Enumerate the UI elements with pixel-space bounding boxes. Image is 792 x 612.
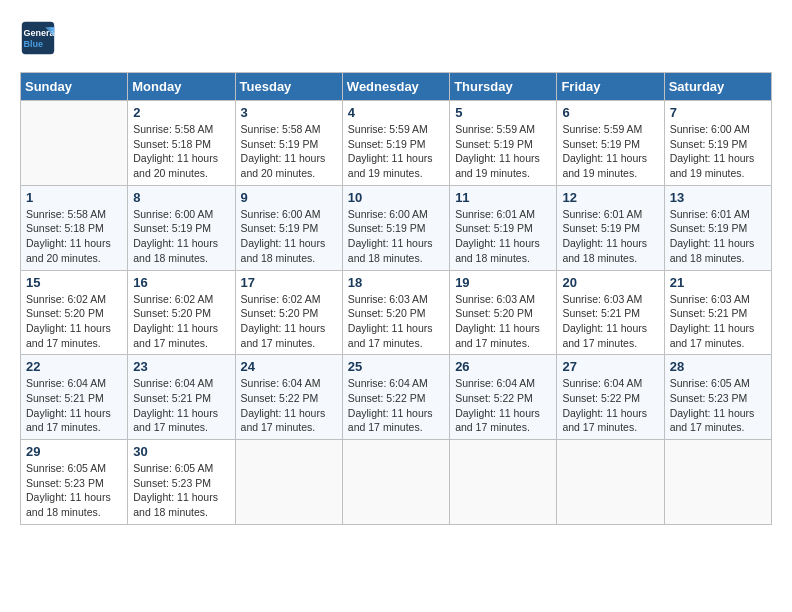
- calendar-cell: 10Sunrise: 6:00 AMSunset: 5:19 PMDayligh…: [342, 185, 449, 270]
- day-detail: Sunrise: 6:03 AMSunset: 5:21 PMDaylight:…: [562, 292, 658, 351]
- day-number: 3: [241, 105, 337, 120]
- day-detail: Sunrise: 6:00 AMSunset: 5:19 PMDaylight:…: [670, 122, 766, 181]
- day-detail: Sunrise: 6:01 AMSunset: 5:19 PMDaylight:…: [455, 207, 551, 266]
- day-detail: Sunrise: 6:04 AMSunset: 5:22 PMDaylight:…: [241, 376, 337, 435]
- day-number: 25: [348, 359, 444, 374]
- day-number: 11: [455, 190, 551, 205]
- day-detail: Sunrise: 6:02 AMSunset: 5:20 PMDaylight:…: [133, 292, 229, 351]
- day-detail: Sunrise: 5:59 AMSunset: 5:19 PMDaylight:…: [562, 122, 658, 181]
- calendar-week-row: 22Sunrise: 6:04 AMSunset: 5:21 PMDayligh…: [21, 355, 772, 440]
- day-number: 4: [348, 105, 444, 120]
- day-detail: Sunrise: 5:58 AMSunset: 5:18 PMDaylight:…: [133, 122, 229, 181]
- day-number: 6: [562, 105, 658, 120]
- calendar-cell: 26Sunrise: 6:04 AMSunset: 5:22 PMDayligh…: [450, 355, 557, 440]
- calendar-cell: 9Sunrise: 6:00 AMSunset: 5:19 PMDaylight…: [235, 185, 342, 270]
- calendar-cell: 18Sunrise: 6:03 AMSunset: 5:20 PMDayligh…: [342, 270, 449, 355]
- calendar-cell: 12Sunrise: 6:01 AMSunset: 5:19 PMDayligh…: [557, 185, 664, 270]
- weekday-header-monday: Monday: [128, 73, 235, 101]
- calendar-cell: 24Sunrise: 6:04 AMSunset: 5:22 PMDayligh…: [235, 355, 342, 440]
- day-number: 12: [562, 190, 658, 205]
- calendar-cell: 25Sunrise: 6:04 AMSunset: 5:22 PMDayligh…: [342, 355, 449, 440]
- weekday-header-saturday: Saturday: [664, 73, 771, 101]
- calendar-cell: 27Sunrise: 6:04 AMSunset: 5:22 PMDayligh…: [557, 355, 664, 440]
- day-number: 27: [562, 359, 658, 374]
- calendar-header-row: SundayMondayTuesdayWednesdayThursdayFrid…: [21, 73, 772, 101]
- day-detail: Sunrise: 6:04 AMSunset: 5:21 PMDaylight:…: [26, 376, 122, 435]
- day-detail: Sunrise: 6:04 AMSunset: 5:21 PMDaylight:…: [133, 376, 229, 435]
- day-detail: Sunrise: 6:05 AMSunset: 5:23 PMDaylight:…: [670, 376, 766, 435]
- calendar-cell: 28Sunrise: 6:05 AMSunset: 5:23 PMDayligh…: [664, 355, 771, 440]
- day-detail: Sunrise: 5:59 AMSunset: 5:19 PMDaylight:…: [348, 122, 444, 181]
- day-number: 20: [562, 275, 658, 290]
- day-number: 24: [241, 359, 337, 374]
- day-detail: Sunrise: 6:01 AMSunset: 5:19 PMDaylight:…: [562, 207, 658, 266]
- page-header: General Blue: [20, 20, 772, 56]
- calendar-cell: 15Sunrise: 6:02 AMSunset: 5:20 PMDayligh…: [21, 270, 128, 355]
- calendar-table: SundayMondayTuesdayWednesdayThursdayFrid…: [20, 72, 772, 525]
- calendar-cell: 21Sunrise: 6:03 AMSunset: 5:21 PMDayligh…: [664, 270, 771, 355]
- day-number: 29: [26, 444, 122, 459]
- day-detail: Sunrise: 6:00 AMSunset: 5:19 PMDaylight:…: [133, 207, 229, 266]
- calendar-cell: 19Sunrise: 6:03 AMSunset: 5:20 PMDayligh…: [450, 270, 557, 355]
- logo: General Blue: [20, 20, 60, 56]
- day-detail: Sunrise: 5:58 AMSunset: 5:18 PMDaylight:…: [26, 207, 122, 266]
- day-detail: Sunrise: 6:02 AMSunset: 5:20 PMDaylight:…: [26, 292, 122, 351]
- day-number: 18: [348, 275, 444, 290]
- day-detail: Sunrise: 6:05 AMSunset: 5:23 PMDaylight:…: [133, 461, 229, 520]
- calendar-cell: 22Sunrise: 6:04 AMSunset: 5:21 PMDayligh…: [21, 355, 128, 440]
- calendar-cell: [664, 440, 771, 525]
- day-detail: Sunrise: 6:04 AMSunset: 5:22 PMDaylight:…: [562, 376, 658, 435]
- day-number: 1: [26, 190, 122, 205]
- day-number: 21: [670, 275, 766, 290]
- calendar-cell: 8Sunrise: 6:00 AMSunset: 5:19 PMDaylight…: [128, 185, 235, 270]
- calendar-cell: 23Sunrise: 6:04 AMSunset: 5:21 PMDayligh…: [128, 355, 235, 440]
- calendar-cell: [235, 440, 342, 525]
- calendar-cell: 3Sunrise: 5:58 AMSunset: 5:19 PMDaylight…: [235, 101, 342, 186]
- day-detail: Sunrise: 6:03 AMSunset: 5:20 PMDaylight:…: [455, 292, 551, 351]
- calendar-cell: 2Sunrise: 5:58 AMSunset: 5:18 PMDaylight…: [128, 101, 235, 186]
- day-detail: Sunrise: 6:01 AMSunset: 5:19 PMDaylight:…: [670, 207, 766, 266]
- weekday-header-tuesday: Tuesday: [235, 73, 342, 101]
- weekday-header-thursday: Thursday: [450, 73, 557, 101]
- calendar-week-row: 2Sunrise: 5:58 AMSunset: 5:18 PMDaylight…: [21, 101, 772, 186]
- calendar-cell: 29Sunrise: 6:05 AMSunset: 5:23 PMDayligh…: [21, 440, 128, 525]
- calendar-cell: 30Sunrise: 6:05 AMSunset: 5:23 PMDayligh…: [128, 440, 235, 525]
- calendar-cell: 1Sunrise: 5:58 AMSunset: 5:18 PMDaylight…: [21, 185, 128, 270]
- day-number: 9: [241, 190, 337, 205]
- calendar-cell: [342, 440, 449, 525]
- calendar-cell: [450, 440, 557, 525]
- day-detail: Sunrise: 6:03 AMSunset: 5:20 PMDaylight:…: [348, 292, 444, 351]
- day-detail: Sunrise: 6:04 AMSunset: 5:22 PMDaylight:…: [348, 376, 444, 435]
- day-number: 8: [133, 190, 229, 205]
- day-number: 19: [455, 275, 551, 290]
- weekday-header-friday: Friday: [557, 73, 664, 101]
- day-number: 2: [133, 105, 229, 120]
- svg-text:Blue: Blue: [24, 39, 44, 49]
- day-number: 10: [348, 190, 444, 205]
- day-number: 17: [241, 275, 337, 290]
- calendar-cell: [21, 101, 128, 186]
- calendar-week-row: 1Sunrise: 5:58 AMSunset: 5:18 PMDaylight…: [21, 185, 772, 270]
- day-detail: Sunrise: 6:05 AMSunset: 5:23 PMDaylight:…: [26, 461, 122, 520]
- day-number: 13: [670, 190, 766, 205]
- logo-icon: General Blue: [20, 20, 56, 56]
- day-detail: Sunrise: 6:04 AMSunset: 5:22 PMDaylight:…: [455, 376, 551, 435]
- calendar-cell: 6Sunrise: 5:59 AMSunset: 5:19 PMDaylight…: [557, 101, 664, 186]
- day-number: 26: [455, 359, 551, 374]
- day-detail: Sunrise: 5:58 AMSunset: 5:19 PMDaylight:…: [241, 122, 337, 181]
- calendar-cell: 7Sunrise: 6:00 AMSunset: 5:19 PMDaylight…: [664, 101, 771, 186]
- day-number: 28: [670, 359, 766, 374]
- weekday-header-sunday: Sunday: [21, 73, 128, 101]
- day-number: 22: [26, 359, 122, 374]
- calendar-cell: 20Sunrise: 6:03 AMSunset: 5:21 PMDayligh…: [557, 270, 664, 355]
- day-number: 16: [133, 275, 229, 290]
- calendar-cell: 4Sunrise: 5:59 AMSunset: 5:19 PMDaylight…: [342, 101, 449, 186]
- day-number: 15: [26, 275, 122, 290]
- weekday-header-wednesday: Wednesday: [342, 73, 449, 101]
- calendar-week-row: 29Sunrise: 6:05 AMSunset: 5:23 PMDayligh…: [21, 440, 772, 525]
- calendar-cell: 5Sunrise: 5:59 AMSunset: 5:19 PMDaylight…: [450, 101, 557, 186]
- day-detail: Sunrise: 6:03 AMSunset: 5:21 PMDaylight:…: [670, 292, 766, 351]
- calendar-cell: 13Sunrise: 6:01 AMSunset: 5:19 PMDayligh…: [664, 185, 771, 270]
- calendar-cell: [557, 440, 664, 525]
- calendar-cell: 17Sunrise: 6:02 AMSunset: 5:20 PMDayligh…: [235, 270, 342, 355]
